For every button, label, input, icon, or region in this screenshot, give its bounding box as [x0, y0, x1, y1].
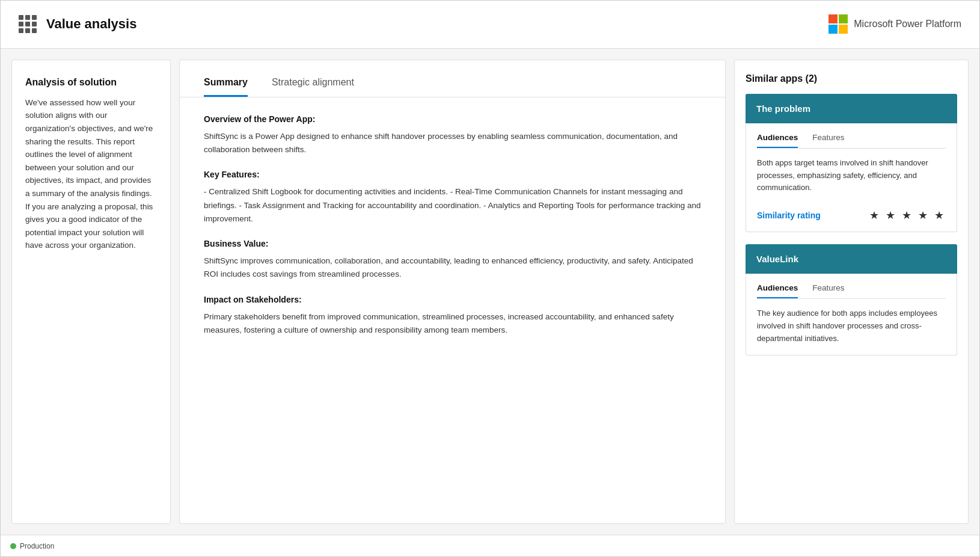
app2-header: ValueLink: [746, 244, 957, 274]
app1-header: The problem: [746, 94, 957, 123]
section-business-value: Business Value: ShiftSync improves commu…: [204, 239, 701, 282]
similar-apps-title: Similar apps (2): [746, 73, 957, 84]
app1-tab-features[interactable]: Features: [812, 133, 844, 148]
ms-squares-icon: [828, 14, 848, 34]
grid-icon[interactable]: [19, 15, 37, 33]
app2-tab-bar: Audiences Features: [757, 283, 946, 299]
similar-app-card-1: The problem Audiences Features Both apps…: [746, 94, 957, 232]
app1-tab-audiences[interactable]: Audiences: [757, 133, 798, 148]
app1-body: Audiences Features Both apps target team…: [746, 123, 957, 232]
section-stakeholders-text: Primary stakeholders benefit from improv…: [204, 310, 701, 337]
ms-label: Microsoft Power Platform: [854, 19, 961, 29]
tab-summary[interactable]: Summary: [204, 77, 248, 97]
app1-similarity-row: Similarity rating ★ ★ ★ ★ ★: [757, 203, 946, 222]
section-stakeholders-title: Impact on Stakeholders:: [204, 295, 701, 304]
app1-audiences-text: Both apps target teams involved in shift…: [757, 157, 946, 194]
section-features-title: Key Features:: [204, 170, 701, 179]
section-overview-text: ShiftSync is a Power App designed to enh…: [204, 130, 701, 157]
section-business-value-text: ShiftSync improves communication, collab…: [204, 254, 701, 282]
tab-bar: Summary Strategic alignment: [180, 60, 725, 97]
center-panel: Summary Strategic alignment Overview of …: [179, 60, 726, 524]
header: Value analysis Microsoft Power Platform: [1, 1, 979, 49]
status-bar: Production: [1, 535, 979, 556]
tab-content-summary: Overview of the Power App: ShiftSync is …: [180, 97, 725, 367]
app1-name: The problem: [756, 103, 810, 114]
left-panel-title: Analysis of solution: [25, 77, 157, 88]
section-features: Key Features: - Centralized Shift Logboo…: [204, 170, 701, 226]
section-stakeholders: Impact on Stakeholders: Primary stakehol…: [204, 295, 701, 337]
section-business-value-title: Business Value:: [204, 239, 701, 248]
left-panel-description: We've assessed how well your solution al…: [25, 96, 157, 252]
app2-audiences-text: The key audience for both apps includes …: [757, 307, 946, 345]
app2-body: Audiences Features The key audience for …: [746, 274, 957, 355]
left-panel: Analysis of solution We've assessed how …: [11, 60, 171, 524]
app2-tab-features[interactable]: Features: [812, 283, 844, 298]
section-overview-title: Overview of the Power App:: [204, 114, 701, 124]
main-area: Analysis of solution We've assessed how …: [1, 49, 979, 535]
app1-similarity-label: Similarity rating: [757, 211, 821, 220]
app2-tab-audiences[interactable]: Audiences: [757, 283, 798, 298]
header-left: Value analysis: [19, 15, 136, 33]
ms-logo: Microsoft Power Platform: [828, 14, 961, 34]
section-features-text: - Centralized Shift Logbook for document…: [204, 185, 701, 226]
app1-stars: ★ ★ ★ ★ ★: [869, 209, 946, 222]
status-dot: [10, 543, 16, 549]
status-text: Production: [20, 542, 54, 550]
right-panel: Similar apps (2) The problem Audiences F…: [734, 60, 969, 524]
tab-strategic-alignment[interactable]: Strategic alignment: [272, 77, 354, 97]
similar-app-card-2: ValueLink Audiences Features The key aud…: [746, 244, 957, 355]
app-title: Value analysis: [46, 16, 136, 32]
section-overview: Overview of the Power App: ShiftSync is …: [204, 114, 701, 157]
app2-name: ValueLink: [756, 254, 798, 264]
app1-tab-bar: Audiences Features: [757, 133, 946, 149]
